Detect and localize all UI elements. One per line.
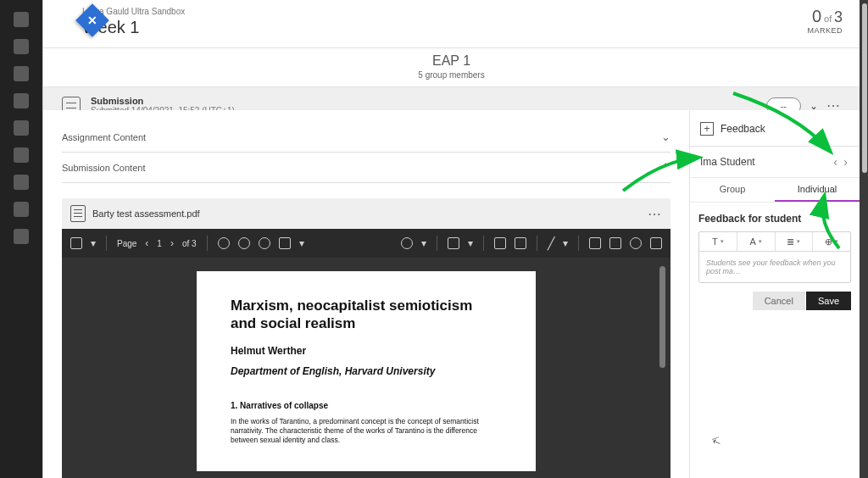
doc-paragraph: In the works of Tarantino, a predominant… xyxy=(231,417,502,446)
note-icon[interactable] xyxy=(515,237,526,249)
draw-icon[interactable] xyxy=(401,237,413,249)
doc-author: Helmut Werther xyxy=(231,345,502,357)
editor-insert-button[interactable]: ⊕ xyxy=(813,232,850,251)
search-icon[interactable] xyxy=(630,237,642,249)
submission-label: Submission xyxy=(91,96,235,106)
grading-panel: ✕ Laura Gauld Ultra Sandbox Week 1 0 of … xyxy=(42,0,860,478)
doc-section: 1. Narratives of collapse xyxy=(231,401,502,410)
editor-text-style-button[interactable]: T xyxy=(699,232,737,251)
submission-main: Assignment Content ⌄ Submission Content … xyxy=(43,110,690,478)
file-name: Barty test assessment.pdf xyxy=(92,208,200,219)
comments-icon[interactable] xyxy=(650,237,662,249)
doc-department: Department of English, Harvard Universit… xyxy=(231,365,502,377)
image-icon[interactable] xyxy=(448,237,459,249)
file-more-icon[interactable]: ⋯ xyxy=(648,206,662,222)
fit-icon[interactable] xyxy=(279,237,291,249)
feedback-section-label: Feedback for student xyxy=(698,213,851,225)
file-icon xyxy=(70,205,86,222)
cancel-button[interactable]: Cancel xyxy=(753,292,805,310)
prev-student-icon[interactable]: ‹ xyxy=(832,155,839,169)
chevron-up-icon: ⌃ xyxy=(661,161,670,174)
download-icon[interactable] xyxy=(609,237,621,249)
editor-font-button[interactable]: A xyxy=(737,232,776,251)
page-label: Page xyxy=(117,239,136,248)
feedback-sidebar: + Feedback Ima Student ‹ › Group Individ… xyxy=(690,110,860,478)
marked-total: 3 xyxy=(834,8,843,25)
next-student-icon[interactable]: › xyxy=(842,155,849,169)
zoom-out-icon[interactable] xyxy=(238,237,250,249)
save-button[interactable]: Save xyxy=(806,292,851,310)
group-name: EAP 1 xyxy=(43,53,860,69)
page-current[interactable]: 1 xyxy=(157,239,162,248)
tab-group[interactable]: Group xyxy=(690,178,775,202)
group-members: 5 group members xyxy=(43,70,860,80)
marked-label: MARKED xyxy=(807,26,843,35)
marked-current: 0 xyxy=(812,7,821,25)
tab-individual[interactable]: Individual xyxy=(775,178,860,202)
document-scrollbar[interactable] xyxy=(659,266,665,368)
pan-icon[interactable] xyxy=(218,237,230,249)
submission-content-accordion[interactable]: Submission Content ⌃ xyxy=(62,153,670,183)
stamp-icon[interactable] xyxy=(494,237,506,249)
zoom-in-icon[interactable] xyxy=(259,237,270,249)
feedback-tabs: Group Individual xyxy=(690,177,860,203)
chevron-down-icon: ⌄ xyxy=(661,131,670,143)
app-nav-rail xyxy=(0,0,42,478)
marked-counter: 0 of 3 MARKED xyxy=(807,7,843,37)
document-canvas[interactable]: Marxism, neocapitalist semioticism and s… xyxy=(62,258,670,478)
add-feedback-icon[interactable]: + xyxy=(700,122,714,136)
submission-content-label: Submission Content xyxy=(62,163,145,173)
panel-scrollbar[interactable] xyxy=(862,3,867,173)
group-bar: EAP 1 5 group members xyxy=(43,48,860,87)
document-page: Marxism, neocapitalist semioticism and s… xyxy=(197,271,536,471)
doc-title: Marxism, neocapitalist semioticism and s… xyxy=(231,297,502,333)
shape-icon[interactable]: ╱ xyxy=(548,236,554,250)
file-header-bar: Barty test assessment.pdf ⋯ xyxy=(62,198,670,229)
viewer-toolbar: ▾ Page ‹ 1 › of 3 ▾ ▾ xyxy=(62,229,670,258)
feedback-editor: T A ≣ ⊕ Students see your feedback when … xyxy=(698,231,851,283)
panel-header: Laura Gauld Ultra Sandbox Week 1 0 of 3 … xyxy=(43,0,860,48)
print-icon[interactable] xyxy=(589,237,601,249)
marked-of: of xyxy=(824,14,832,24)
student-name[interactable]: Ima Student xyxy=(700,156,755,168)
prev-page-icon[interactable]: ‹ xyxy=(145,237,148,249)
document-viewer: ▾ Page ‹ 1 › of 3 ▾ ▾ xyxy=(62,229,670,478)
editor-list-button[interactable]: ≣ xyxy=(776,232,814,251)
assignment-content-accordion[interactable]: Assignment Content ⌄ xyxy=(62,122,670,153)
page-total: of 3 xyxy=(182,239,197,248)
feedback-textarea[interactable]: Students see your feedback when you post… xyxy=(699,252,850,282)
sidebar-toggle-icon[interactable] xyxy=(70,237,82,249)
feedback-title: Feedback xyxy=(721,123,765,135)
assignment-content-label: Assignment Content xyxy=(62,132,146,142)
next-page-icon[interactable]: › xyxy=(170,237,174,249)
